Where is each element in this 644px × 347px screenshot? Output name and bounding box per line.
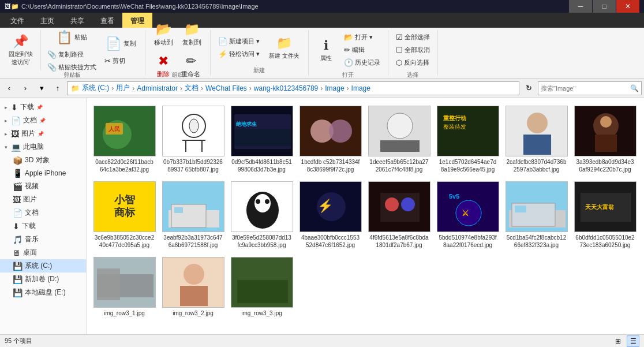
list-item[interactable]: img_row3_2.jpg [160,254,226,320]
list-item[interactable]: img_row3_3.jpg [229,254,295,320]
file-name: img_row3_3.jpg [241,309,282,317]
svg-rect-59 [97,268,120,300]
sidebar-item-pictures[interactable]: 🖼 图片 [0,193,86,206]
new-item-button[interactable]: 📄 新建项目 ▾ [215,35,263,47]
list-item[interactable]: img_row3_1.jpg [91,254,158,320]
grid-view-button[interactable]: ⊞ [612,335,624,347]
list-item[interactable]: 天天大富翁 6b0dfdd1c05055010e273ec183a60250.j… [572,178,638,252]
paste-button[interactable]: 📋 粘贴 [44,27,99,48]
list-item[interactable]: 重整行动 整装待发 1e1cd5702d6454ae7d8a19e9c566ea… [435,103,501,176]
sidebar-item-downloads2[interactable]: ⬇ 下载 [0,219,86,233]
open-content: ℹ 属性 📂 打开 ▾ ✏ 编辑 🕐 历史记录 [313,31,383,69]
sidebar-label-new-volume-d: 新加卷 (D:) [25,274,59,284]
iphone-icon: 📱 [13,169,23,178]
tab-manage[interactable]: 管理 [122,13,152,28]
new-volume-d-icon: 💾 [13,275,23,284]
recent-locations-button[interactable]: ▾ [35,81,48,95]
tab-file[interactable]: 文件 [2,13,32,28]
select-none-button[interactable]: ☐ 全部取消 [393,44,433,56]
ribbon-group-open: ℹ 属性 📂 打开 ▾ ✏ 编辑 🕐 历史记录 打开 [309,30,388,76]
tab-home[interactable]: 主页 [32,13,62,28]
sidebar-item-documents[interactable]: 📄 文档 [0,206,86,219]
collapse-icon4: ▾ [5,144,8,150]
list-item[interactable]: 0b7b337b1bf5dd9232689937 65bfb807.jpg [160,103,226,176]
open-button[interactable]: 📂 打开 ▾ [341,31,383,43]
list-view-button[interactable]: ☰ [627,335,639,347]
invert-select-button[interactable]: ⬡ 反向选择 [393,57,433,69]
svg-text:天天大富翁: 天天大富翁 [585,204,614,210]
sidebar-label-videos: 视频 [25,181,39,191]
sidebar-item-local-disk-e[interactable]: 💾 本地磁盘 (E:) [0,286,86,299]
minimize-button[interactable]: ─ [569,0,592,13]
file-thumbnail [368,181,430,232]
sidebar-item-new-volume-d[interactable]: 💾 新加卷 (D:) [0,273,86,286]
easy-access-button[interactable]: ⚡ 轻松访问 ▾ [215,48,263,60]
cut-button[interactable]: ✂ 剪切 [102,55,140,67]
copy-path-button[interactable]: 📎 复制路径 [44,48,99,61]
svg-text:⚡: ⚡ [317,198,334,214]
path-wechat-id[interactable]: wang-kk0123456789 [254,84,318,92]
list-item[interactable]: 3eabf92b3a31973c6476a6b69721588f.jpg [160,178,226,252]
history-button[interactable]: 🕐 历史记录 [341,57,383,69]
list-item[interactable]: 小智商标 3c6e9b385052c30cce240c477dc095a5.jp… [91,178,158,252]
move-to-button[interactable]: 📂 移动到 [150,19,177,50]
svg-text:整装待发: 整装待发 [443,124,466,130]
sidebar-label-this-pc: 此电脑 [23,142,44,152]
list-item[interactable]: 5v5 ⚔ 5bdd510974e8bfa293f8aa22f0176ecd.j… [435,178,501,252]
folder-icon: 📁 [71,84,80,92]
sidebar-item-system-c[interactable]: 💾 系统 (C:) [0,259,86,273]
select-content: ☑ 全部选择 ☐ 全部取消 ⬡ 反向选择 [393,31,433,69]
tab-share[interactable]: 共享 [62,13,92,28]
list-item[interactable]: 5cd1ba54fc2f8cabcb1266ef832f323a.jpg [503,178,570,252]
select-all-button[interactable]: ☑ 全部选择 [393,31,433,43]
sidebar-item-music[interactable]: 🎵 音乐 [0,233,86,246]
back-button[interactable]: ‹ [2,81,16,95]
path-system-c[interactable]: 系统 (C:) [82,83,109,93]
sidebar-item-3d[interactable]: 📦 3D 对象 [0,154,86,167]
sidebar-item-pics[interactable]: ▸ 🖼 图片 📌 [0,127,86,140]
sidebar-item-desktop[interactable]: 🖥 桌面 [0,246,86,259]
folder-new-icon: 📁 [276,36,292,51]
list-item[interactable]: 4f6fd5613e5a8f6c8bda1801df2a7b67.jpg [366,178,432,252]
sidebar-item-download[interactable]: ▸ ⬇ 下载 📌 [0,100,86,114]
path-image2[interactable]: Image [351,84,370,92]
open-arrow-icon: ▾ [369,33,373,41]
sidebar-item-videos[interactable]: 🎬 视频 [0,180,86,193]
tab-view[interactable]: 查看 [92,13,122,28]
address-path[interactable]: 📁 系统 (C:) › 用户 › Administrator › 文档 › We… [67,81,519,95]
new-folder-button[interactable]: 📁 新建 文件夹 [265,33,304,63]
maximize-button[interactable]: □ [593,0,616,13]
sidebar-item-apple-iphone[interactable]: 📱 Apple iPhone [0,167,86,180]
properties-button[interactable]: ℹ 属性 [313,35,339,65]
music-icon: 🎵 [13,235,23,244]
list-item[interactable]: 1deeef5a9b65c12ba272061c7f4c48f8.jpg [366,103,432,176]
refresh-button[interactable]: ↻ [522,81,536,95]
search-input[interactable] [541,85,628,92]
path-users[interactable]: 用户 [116,83,130,93]
edit-button[interactable]: ✏ 编辑 [341,44,383,56]
list-item[interactable]: ⚡ 4baae300bfb0ccc155352d847c6f1652.jpg [297,178,364,252]
list-item[interactable]: 人民 0acc822d0c26f11bacb64c1a3be2af32.jpg [91,103,158,176]
forward-button[interactable]: › [18,81,32,95]
title-bar: 🖼📁 C:\Users\Administrator\Documents\WeCh… [0,0,644,13]
close-button[interactable]: ✕ [616,0,639,13]
copy-to-button[interactable]: 📁 复制到 [178,19,205,50]
list-item[interactable]: 3f0e59e5d258087dd13fc9a9cc3bb958.jpg [229,178,295,252]
list-item[interactable]: 绝地求生 0d9cf5db4fd8611b8c5199806d3d7b3e.jp… [229,103,295,176]
up-button[interactable]: ↑ [51,81,65,95]
file-name: img_row3_1.jpg [104,309,145,317]
pin-to-quick-access-button[interactable]: 📌 固定到'快速访问' [5,31,37,69]
path-wechat[interactable]: WeChat Files [205,84,247,92]
window-controls: ─ □ ✕ [569,0,639,13]
list-item[interactable]: 1bcdfdb c52b7314334f8c38699f9f72c.jpg [297,103,364,176]
sidebar-item-this-pc[interactable]: ▾ 💻 此电脑 [0,140,86,154]
file-thumbnail: 绝地求生 [231,106,293,156]
path-docs[interactable]: 文档 [185,83,199,93]
sidebar-item-docs[interactable]: ▸ 📄 文档 📌 [0,114,86,127]
list-item[interactable]: 3a393edb8a0d9d34e30af9294c220b7c.jpg [572,103,638,176]
search-box[interactable]: 🔍 [538,81,642,95]
path-image1[interactable]: Image [325,84,344,92]
path-admin[interactable]: Administrator [137,84,178,92]
copy-button[interactable]: 📄 复制 [102,33,140,54]
list-item[interactable]: 2cafdcfbc8307d4d736b2597ab3abbcf.jpg [503,103,570,176]
